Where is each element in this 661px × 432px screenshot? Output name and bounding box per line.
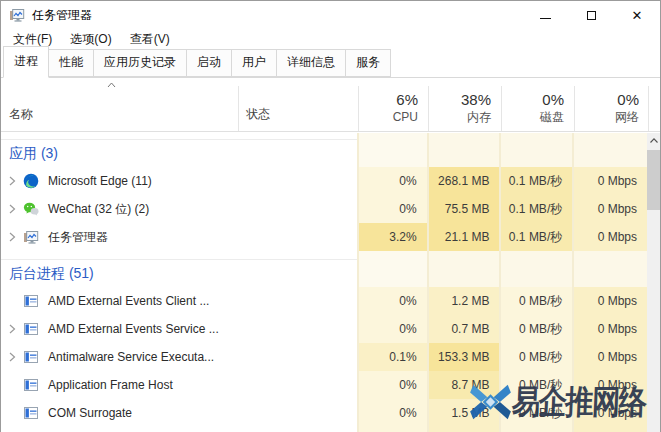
spacer-row — [1, 251, 647, 259]
tab-performance[interactable]: 性能 — [48, 49, 94, 77]
cpu-cell: 0% — [357, 399, 427, 427]
network-cell: 0 Mbps — [572, 167, 647, 195]
network-cell: 0 Mbps — [572, 399, 647, 427]
network-cell: 0 Mbps — [572, 343, 647, 371]
task-manager-window: 任务管理器 ✕ 文件(F) 选项(O) 查看(V) 进程 性能 应用历史记录 启… — [0, 0, 661, 432]
network-cell: 0 Mbps — [572, 315, 647, 343]
cpu-cell: 0% — [357, 371, 427, 399]
disk-cell: 0 MB/秒 — [499, 399, 572, 427]
cpu-cell: 3.2% — [357, 223, 427, 251]
process-name: Antimalware Service Executa... — [48, 350, 214, 364]
table-row[interactable]: Microsoft Edge (11) 0% 268.1 MB 0.1 MB/秒… — [1, 167, 647, 195]
process-name: Microsoft Edge (11) — [48, 174, 152, 188]
expand-chevron-icon[interactable] — [1, 176, 19, 186]
disk-cell: 0 MB/秒 — [499, 371, 572, 399]
disk-cell: 0.1 MB/秒 — [499, 167, 572, 195]
tab-bar: 进程 性能 应用历史记录 启动 用户 详细信息 服务 — [1, 49, 660, 78]
tab-services[interactable]: 服务 — [345, 49, 391, 77]
memory-cell: 268.1 MB — [427, 167, 500, 195]
process-icon — [23, 321, 39, 337]
expand-chevron-icon[interactable] — [1, 204, 19, 214]
menu-bar: 文件(F) 选项(O) 查看(V) — [1, 29, 660, 49]
column-header-disk[interactable]: 0% 磁盘 — [501, 91, 574, 125]
memory-cell: 75.5 MB — [427, 195, 500, 223]
maximize-icon — [587, 11, 596, 20]
expand-chevron-icon[interactable] — [1, 352, 19, 362]
network-cell: 0 Mbps — [572, 195, 647, 223]
section-header-background[interactable]: 后台进程 (51) — [1, 259, 647, 287]
table-row[interactable]: Application Frame Host 0% 8.7 MB 0 MB/秒 … — [1, 371, 647, 399]
titlebar: 任务管理器 ✕ — [1, 1, 660, 29]
table-row[interactable]: WeChat (32 位) (2) 0% 75.5 MB 0.1 MB/秒 0 … — [1, 195, 647, 223]
scrollbar-thumb[interactable] — [647, 150, 660, 210]
cpu-cell: 0% — [357, 195, 427, 223]
table-row[interactable]: COM Surrogate 0% 1.5 MB 0 MB/秒 0 Mbps — [1, 399, 647, 427]
process-icon — [23, 377, 39, 393]
memory-cell: 0.7 MB — [427, 315, 500, 343]
tab-users[interactable]: 用户 — [231, 49, 277, 77]
expand-chevron-icon[interactable] — [1, 232, 19, 242]
vertical-scrollbar[interactable] — [647, 133, 660, 432]
process-name: WeChat (32 位) (2) — [48, 201, 149, 218]
memory-cell: 1.5 MB — [427, 399, 500, 427]
memory-cell: 1.2 MB — [427, 287, 500, 315]
network-cell: 0 Mbps — [572, 371, 647, 399]
cpu-cell: 0.1% — [357, 343, 427, 371]
process-list: 应用 (3) Microsoft Edge (11) 0% 268.1 MB 0… — [1, 133, 647, 432]
table-header: 名称 状态 6% CPU 38% 内存 0% 磁盘 0% 网络 — [1, 78, 660, 132]
wechat-icon — [23, 201, 39, 217]
window-title: 任务管理器 — [32, 7, 92, 24]
tab-details[interactable]: 详细信息 — [276, 49, 346, 77]
process-name: Application Frame Host — [48, 378, 173, 392]
process-name: 任务管理器 — [48, 229, 108, 246]
memory-cell: 8.7 MB — [427, 371, 500, 399]
table-row[interactable]: AMD External Events Client ... 0% 1.2 MB… — [1, 287, 647, 315]
disk-cell: 0 MB/秒 — [499, 315, 572, 343]
process-icon — [23, 349, 39, 365]
close-icon: ✕ — [632, 9, 643, 22]
process-icon — [23, 293, 39, 309]
menu-view[interactable]: 查看(V) — [121, 29, 179, 50]
process-name: AMD External Events Service ... — [48, 322, 219, 336]
column-divider — [238, 86, 239, 131]
disk-cell: 0.1 MB/秒 — [499, 223, 572, 251]
cpu-cell: 0% — [357, 167, 427, 195]
column-header-name[interactable]: 名称 — [9, 106, 33, 123]
cpu-cell: 0% — [357, 287, 427, 315]
disk-cell: 0.1 MB/秒 — [499, 195, 572, 223]
memory-cell: 21.1 MB — [427, 223, 500, 251]
process-name: AMD External Events Client ... — [48, 294, 209, 308]
expand-chevron-icon[interactable] — [1, 324, 19, 334]
section-title: 后台进程 (51) — [9, 265, 94, 283]
column-header-status[interactable]: 状态 — [246, 106, 270, 123]
network-cell: 0 Mbps — [572, 287, 647, 315]
spacer-row — [1, 427, 647, 432]
network-cell: 0 Mbps — [572, 223, 647, 251]
disk-cell: 0 MB/秒 — [499, 343, 572, 371]
table-row[interactable]: AMD External Events Service ... 0% 0.7 M… — [1, 315, 647, 343]
table-row[interactable]: Antimalware Service Executa... 0.1% 153.… — [1, 343, 647, 371]
menu-options[interactable]: 选项(O) — [61, 29, 120, 50]
edge-icon — [23, 173, 39, 189]
minimize-button[interactable] — [522, 1, 568, 29]
tab-startup[interactable]: 启动 — [186, 49, 232, 77]
task-manager-icon — [23, 229, 39, 245]
tab-processes[interactable]: 进程 — [3, 46, 49, 78]
process-icon — [23, 405, 39, 421]
column-header-network[interactable]: 0% 网络 — [574, 91, 649, 125]
table-row[interactable]: 任务管理器 3.2% 21.1 MB 0.1 MB/秒 0 Mbps — [1, 223, 647, 251]
column-header-cpu[interactable]: 6% CPU — [358, 91, 428, 125]
sort-ascending-icon — [107, 82, 116, 88]
tab-app-history[interactable]: 应用历史记录 — [93, 49, 187, 77]
process-name: COM Surrogate — [48, 406, 132, 420]
memory-cell: 153.3 MB — [427, 343, 500, 371]
section-title: 应用 (3) — [9, 145, 58, 163]
maximize-button[interactable] — [568, 1, 614, 29]
column-header-memory[interactable]: 38% 内存 — [428, 91, 501, 125]
task-manager-icon — [9, 7, 25, 23]
disk-cell: 0 MB/秒 — [499, 287, 572, 315]
section-header-apps[interactable]: 应用 (3) — [1, 139, 647, 167]
minimize-icon — [540, 18, 551, 19]
scrollbar-up-icon[interactable] — [647, 133, 660, 148]
close-button[interactable]: ✕ — [614, 1, 660, 29]
